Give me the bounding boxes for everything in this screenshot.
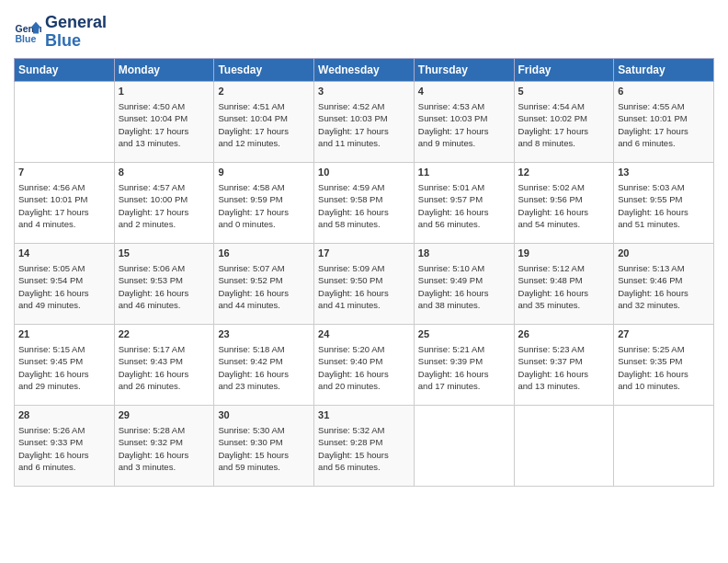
calendar-cell: 11Sunrise: 5:01 AM Sunset: 9:57 PM Dayli…: [414, 162, 514, 243]
day-info: Sunrise: 4:59 AM Sunset: 9:58 PM Dayligh…: [318, 181, 410, 230]
day-info: Sunrise: 4:58 AM Sunset: 9:59 PM Dayligh…: [218, 181, 310, 230]
calendar-cell: 3Sunrise: 4:52 AM Sunset: 10:03 PM Dayli…: [314, 81, 415, 162]
calendar-cell: 6Sunrise: 4:55 AM Sunset: 10:01 PM Dayli…: [614, 81, 714, 162]
day-info: Sunrise: 5:05 AM Sunset: 9:54 PM Dayligh…: [18, 262, 110, 311]
calendar-cell: 31Sunrise: 5:32 AM Sunset: 9:28 PM Dayli…: [314, 405, 415, 486]
calendar-body: 1Sunrise: 4:50 AM Sunset: 10:04 PM Dayli…: [15, 81, 714, 486]
column-header-thursday: Thursday: [414, 58, 514, 81]
calendar-cell: 14Sunrise: 5:05 AM Sunset: 9:54 PM Dayli…: [15, 243, 115, 324]
day-info: Sunrise: 5:32 AM Sunset: 9:28 PM Dayligh…: [318, 424, 410, 473]
calendar-cell: 7Sunrise: 4:56 AM Sunset: 10:01 PM Dayli…: [15, 162, 115, 243]
day-number: 6: [618, 85, 710, 98]
calendar-cell: 5Sunrise: 4:54 AM Sunset: 10:02 PM Dayli…: [514, 81, 614, 162]
day-info: Sunrise: 5:18 AM Sunset: 9:42 PM Dayligh…: [218, 343, 310, 392]
day-info: Sunrise: 5:17 AM Sunset: 9:43 PM Dayligh…: [119, 343, 210, 392]
day-info: Sunrise: 5:20 AM Sunset: 9:40 PM Dayligh…: [318, 343, 410, 392]
calendar-cell: 12Sunrise: 5:02 AM Sunset: 9:56 PM Dayli…: [514, 162, 614, 243]
day-number: 4: [418, 85, 510, 98]
day-info: Sunrise: 5:10 AM Sunset: 9:49 PM Dayligh…: [418, 262, 510, 311]
day-info: Sunrise: 4:56 AM Sunset: 10:01 PM Daylig…: [18, 181, 110, 230]
calendar-cell: 9Sunrise: 4:58 AM Sunset: 9:59 PM Daylig…: [214, 162, 314, 243]
day-number: 19: [518, 247, 610, 260]
calendar-cell: 22Sunrise: 5:17 AM Sunset: 9:43 PM Dayli…: [114, 324, 214, 405]
week-row-5: 28Sunrise: 5:26 AM Sunset: 9:33 PM Dayli…: [15, 405, 714, 486]
day-number: 2: [218, 85, 310, 98]
day-info: Sunrise: 5:09 AM Sunset: 9:50 PM Dayligh…: [318, 262, 410, 311]
column-header-tuesday: Tuesday: [214, 58, 314, 81]
svg-text:Blue: Blue: [16, 32, 37, 43]
day-info: Sunrise: 4:51 AM Sunset: 10:04 PM Daylig…: [218, 100, 310, 149]
calendar-cell: 8Sunrise: 4:57 AM Sunset: 10:00 PM Dayli…: [114, 162, 214, 243]
day-number: 11: [418, 166, 510, 179]
day-info: Sunrise: 5:30 AM Sunset: 9:30 PM Dayligh…: [218, 424, 310, 473]
day-info: Sunrise: 5:23 AM Sunset: 9:37 PM Dayligh…: [518, 343, 610, 392]
day-info: Sunrise: 5:02 AM Sunset: 9:56 PM Dayligh…: [518, 181, 610, 230]
day-number: 29: [119, 408, 210, 422]
day-number: 10: [318, 166, 410, 179]
calendar-cell: 24Sunrise: 5:20 AM Sunset: 9:40 PM Dayli…: [314, 324, 415, 405]
week-row-1: 1Sunrise: 4:50 AM Sunset: 10:04 PM Dayli…: [15, 81, 714, 162]
calendar-cell: 13Sunrise: 5:03 AM Sunset: 9:55 PM Dayli…: [614, 162, 714, 243]
day-number: 30: [218, 408, 310, 422]
day-number: 26: [518, 327, 610, 341]
day-info: Sunrise: 4:57 AM Sunset: 10:00 PM Daylig…: [119, 181, 210, 230]
day-number: 16: [218, 247, 310, 260]
day-number: 13: [618, 166, 710, 179]
day-number: 17: [318, 247, 410, 260]
day-info: Sunrise: 4:50 AM Sunset: 10:04 PM Daylig…: [119, 100, 210, 149]
calendar-cell: 15Sunrise: 5:06 AM Sunset: 9:53 PM Dayli…: [114, 243, 214, 324]
page-container: General Blue General Blue SundayMondayTu…: [0, 0, 728, 496]
calendar-cell: 18Sunrise: 5:10 AM Sunset: 9:49 PM Dayli…: [414, 243, 514, 324]
day-info: Sunrise: 5:03 AM Sunset: 9:55 PM Dayligh…: [618, 181, 710, 230]
calendar-cell: [15, 81, 115, 162]
calendar-cell: 28Sunrise: 5:26 AM Sunset: 9:33 PM Dayli…: [15, 405, 115, 486]
calendar-cell: 25Sunrise: 5:21 AM Sunset: 9:39 PM Dayli…: [414, 324, 514, 405]
day-number: 7: [18, 166, 110, 179]
calendar-cell: 30Sunrise: 5:30 AM Sunset: 9:30 PM Dayli…: [214, 405, 314, 486]
calendar-cell: 20Sunrise: 5:13 AM Sunset: 9:46 PM Dayli…: [614, 243, 714, 324]
header-row: SundayMondayTuesdayWednesdayThursdayFrid…: [15, 58, 714, 81]
day-info: Sunrise: 5:06 AM Sunset: 9:53 PM Dayligh…: [119, 262, 210, 311]
day-info: Sunrise: 5:13 AM Sunset: 9:46 PM Dayligh…: [618, 262, 710, 311]
day-number: 21: [18, 327, 110, 341]
calendar-cell: 16Sunrise: 5:07 AM Sunset: 9:52 PM Dayli…: [214, 243, 314, 324]
day-info: Sunrise: 5:12 AM Sunset: 9:48 PM Dayligh…: [518, 262, 610, 311]
logo-icon: General Blue: [14, 18, 41, 46]
day-number: 20: [618, 247, 710, 260]
calendar-cell: [414, 405, 514, 486]
day-info: Sunrise: 4:54 AM Sunset: 10:02 PM Daylig…: [518, 100, 610, 149]
day-info: Sunrise: 5:15 AM Sunset: 9:45 PM Dayligh…: [18, 343, 110, 392]
calendar-cell: 23Sunrise: 5:18 AM Sunset: 9:42 PM Dayli…: [214, 324, 314, 405]
day-info: Sunrise: 4:53 AM Sunset: 10:03 PM Daylig…: [418, 100, 510, 149]
calendar-cell: 1Sunrise: 4:50 AM Sunset: 10:04 PM Dayli…: [114, 81, 214, 162]
week-row-2: 7Sunrise: 4:56 AM Sunset: 10:01 PM Dayli…: [15, 162, 714, 243]
day-number: 18: [418, 247, 510, 260]
column-header-monday: Monday: [114, 58, 214, 81]
week-row-4: 21Sunrise: 5:15 AM Sunset: 9:45 PM Dayli…: [15, 324, 714, 405]
column-header-saturday: Saturday: [614, 58, 714, 81]
day-number: 22: [119, 327, 210, 341]
day-number: 28: [18, 408, 110, 422]
calendar-header: SundayMondayTuesdayWednesdayThursdayFrid…: [15, 58, 714, 81]
calendar-cell: [514, 405, 614, 486]
day-info: Sunrise: 5:01 AM Sunset: 9:57 PM Dayligh…: [418, 181, 510, 230]
day-info: Sunrise: 5:25 AM Sunset: 9:35 PM Dayligh…: [618, 343, 710, 392]
day-info: Sunrise: 4:52 AM Sunset: 10:03 PM Daylig…: [318, 100, 410, 149]
day-number: 5: [518, 85, 610, 98]
day-number: 1: [119, 85, 210, 98]
column-header-friday: Friday: [514, 58, 614, 81]
logo-text: General Blue: [45, 14, 107, 51]
header: General Blue General Blue: [14, 9, 714, 51]
calendar-cell: [614, 405, 714, 486]
day-info: Sunrise: 5:07 AM Sunset: 9:52 PM Dayligh…: [218, 262, 310, 311]
calendar-cell: 17Sunrise: 5:09 AM Sunset: 9:50 PM Dayli…: [314, 243, 415, 324]
column-header-sunday: Sunday: [15, 58, 115, 81]
calendar-table: SundayMondayTuesdayWednesdayThursdayFrid…: [14, 58, 714, 487]
day-number: 24: [318, 327, 410, 341]
day-number: 23: [218, 327, 310, 341]
calendar-cell: 29Sunrise: 5:28 AM Sunset: 9:32 PM Dayli…: [114, 405, 214, 486]
day-number: 27: [618, 327, 710, 341]
calendar-cell: 21Sunrise: 5:15 AM Sunset: 9:45 PM Dayli…: [15, 324, 115, 405]
day-info: Sunrise: 5:26 AM Sunset: 9:33 PM Dayligh…: [18, 424, 110, 473]
day-number: 9: [218, 166, 310, 179]
